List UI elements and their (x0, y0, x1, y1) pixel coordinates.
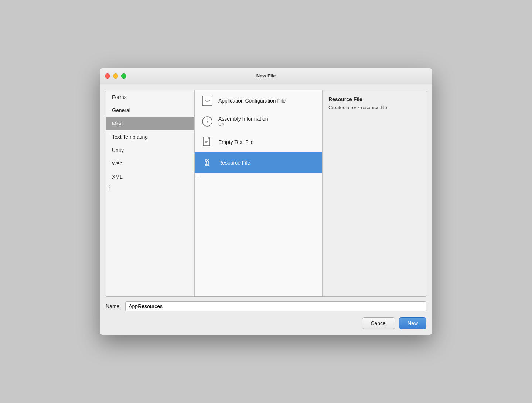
assembly-info-text: Assembly Information C# (218, 116, 268, 127)
category-panel: Forms General Misc Text Templating Unity… (106, 90, 195, 296)
name-row: Name: (106, 301, 426, 311)
assembly-info-title: Assembly Information (218, 116, 268, 122)
file-type-panel: <> Application Configuration File i (195, 90, 323, 296)
maximize-button[interactable] (121, 73, 126, 79)
empty-text-title: Empty Text File (218, 139, 253, 145)
cancel-button[interactable]: Cancel (362, 317, 395, 329)
dialog-body: Forms General Misc Text Templating Unity… (100, 84, 432, 335)
text-file-icon (201, 135, 214, 149)
assembly-icon: i (201, 115, 214, 128)
empty-text-text: Empty Text File (218, 139, 253, 145)
app-config-title: Application Configuration File (218, 98, 286, 104)
titlebar: New File (100, 68, 432, 84)
app-config-icon: <> (201, 94, 214, 107)
new-button[interactable]: New (399, 317, 426, 329)
panels-container: Forms General Misc Text Templating Unity… (106, 90, 426, 297)
resource-file-title: Resource File (218, 160, 250, 166)
file-item-empty-text[interactable]: Empty Text File (195, 132, 322, 152)
traffic-lights (105, 73, 126, 79)
svg-text:<>: <> (204, 98, 210, 103)
minimize-button[interactable] (113, 73, 118, 79)
buttons-row: Cancel New (106, 316, 426, 329)
sidebar-item-text-templating[interactable]: Text Templating (106, 130, 194, 144)
svg-text:i: i (207, 119, 208, 124)
sidebar-item-unity[interactable]: Unity (106, 144, 194, 157)
file-item-app-config[interactable]: <> Application Configuration File (195, 90, 322, 111)
name-label: Name: (106, 303, 121, 309)
svg-rect-8 (202, 158, 212, 168)
name-input[interactable] (125, 301, 426, 311)
description-title: Resource File (328, 96, 420, 102)
resource-file-text: Resource File (218, 160, 250, 166)
sidebar-item-xml[interactable]: XML (106, 170, 194, 183)
sidebar-item-misc[interactable]: Misc (106, 117, 194, 130)
description-text: Creates a resx resource file. (328, 104, 420, 111)
sidebar-item-general[interactable]: General (106, 104, 194, 117)
sidebar-item-forms[interactable]: Forms (106, 90, 194, 104)
app-config-text: Application Configuration File (218, 98, 286, 104)
assembly-info-subtitle: C# (218, 122, 268, 127)
sidebar-item-web[interactable]: Web (106, 157, 194, 170)
window-title: New File (256, 73, 276, 79)
description-panel: Resource File Creates a resx resource fi… (323, 90, 426, 296)
close-button[interactable] (105, 73, 110, 79)
file-item-resource-file[interactable]: Resource File (195, 152, 322, 173)
file-item-assembly-info[interactable]: i Assembly Information C# (195, 111, 322, 132)
resource-file-icon (201, 156, 214, 169)
new-file-dialog: New File Forms General Misc Text Templat… (100, 68, 432, 335)
